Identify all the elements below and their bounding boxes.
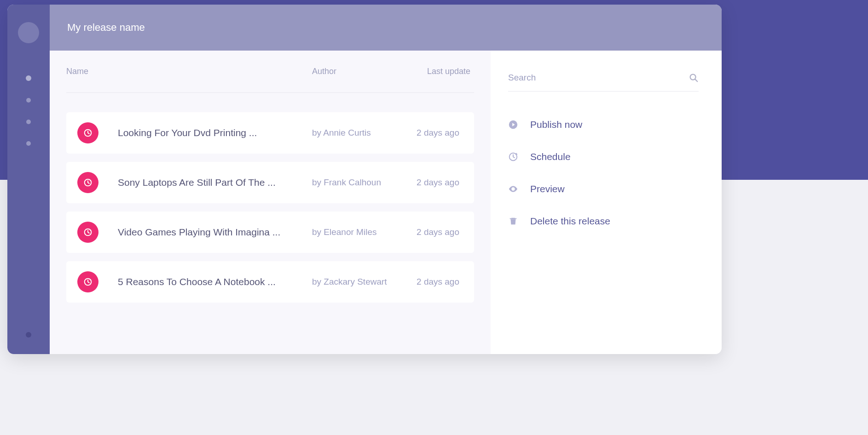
row-name: Looking For Your Dvd Printing ... (118, 127, 312, 138)
row-updated: 2 days ago (411, 128, 463, 138)
table-body: Looking For Your Dvd Printing ... by Ann… (66, 93, 474, 303)
row-author: by Annie Curtis (312, 128, 411, 138)
trash-icon (508, 216, 518, 226)
nav-item-1[interactable] (26, 75, 31, 81)
table-row[interactable]: Video Games Playing With Imagina ... by … (66, 212, 474, 253)
nav-item-3[interactable] (26, 120, 31, 124)
sidebar (7, 5, 50, 354)
table-row[interactable]: Looking For Your Dvd Printing ... by Ann… (66, 112, 474, 154)
schedule-button[interactable]: Schedule (508, 151, 699, 162)
header-name: Name (66, 67, 312, 76)
delete-label: Delete this release (530, 216, 610, 227)
publish-label: Publish now (530, 119, 582, 130)
row-updated: 2 days ago (411, 227, 463, 237)
row-name: 5 Reasons To Choose A Notebook ... (118, 276, 312, 287)
row-author: by Zackary Stewart (312, 277, 411, 287)
restore-icon (77, 271, 98, 292)
preview-button[interactable]: Preview (508, 183, 699, 195)
table-row[interactable]: 5 Reasons To Choose A Notebook ... by Za… (66, 261, 474, 303)
svg-point-8 (512, 188, 514, 190)
row-updated: 2 days ago (411, 277, 463, 287)
svg-rect-9 (510, 218, 517, 219)
eye-icon (508, 184, 518, 194)
header-author: Author (312, 67, 411, 76)
publish-button[interactable]: Publish now (508, 119, 699, 130)
row-author: by Eleanor Miles (312, 227, 411, 237)
nav-item-4[interactable] (26, 141, 31, 146)
clock-icon (508, 152, 518, 162)
restore-icon (77, 172, 98, 193)
restore-icon (77, 222, 98, 243)
header-updated: Last update (411, 67, 474, 76)
row-name: Sony Laptops Are Still Part Of The ... (118, 177, 312, 188)
topbar: My release name (50, 5, 722, 51)
table-header: Name Author Last update (66, 51, 474, 93)
nav-item-2[interactable] (26, 98, 31, 103)
schedule-label: Schedule (530, 151, 571, 162)
page-title: My release name (67, 22, 145, 34)
search-icon[interactable] (689, 73, 699, 83)
svg-line-5 (695, 80, 698, 82)
restore-icon (77, 122, 98, 143)
delete-button[interactable]: Delete this release (508, 216, 699, 227)
play-circle-icon (508, 120, 518, 130)
preview-label: Preview (530, 183, 565, 195)
row-author: by Frank Calhoun (312, 177, 411, 188)
main-content: Name Author Last update Looking For Your… (50, 51, 491, 354)
svg-point-4 (690, 74, 696, 80)
search-input[interactable] (508, 73, 689, 83)
table-row[interactable]: Sony Laptops Are Still Part Of The ... b… (66, 162, 474, 203)
search-container (508, 73, 699, 92)
app-window: My release name Name Author Last update … (7, 5, 722, 354)
row-updated: 2 days ago (411, 177, 463, 188)
nav-item-bottom[interactable] (26, 332, 31, 338)
right-panel: Publish now Schedule Preview Delete this… (491, 51, 722, 354)
row-name: Video Games Playing With Imagina ... (118, 227, 312, 238)
avatar[interactable] (18, 22, 39, 43)
